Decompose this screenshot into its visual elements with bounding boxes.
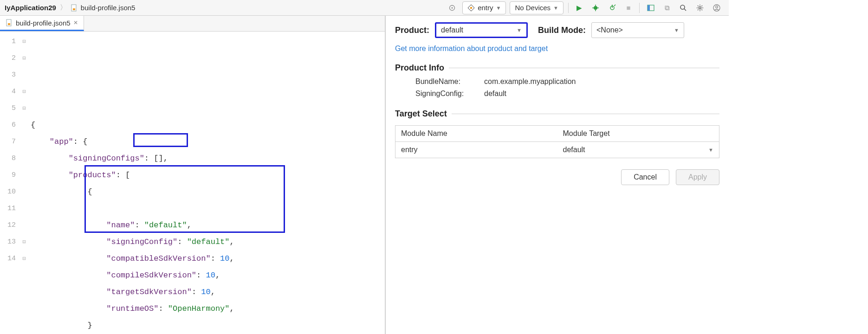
svg-rect-28 — [8, 23, 10, 25]
product-label: Product: — [395, 26, 429, 35]
run-config-label: entry — [478, 4, 493, 12]
device-label: No Devices — [515, 4, 551, 12]
target-table: Module Name Module Target entry default … — [395, 125, 719, 158]
toolbar-separator — [639, 3, 640, 13]
cell-module-name: entry — [395, 142, 557, 158]
breadcrumb-bar: IyApplication29 〉 build-profile.json5 en… — [0, 0, 729, 16]
editor-tab-active[interactable]: build-profile.json5 ✕ — [0, 16, 84, 31]
buildmode-selector[interactable]: <None> ▼ — [591, 22, 684, 38]
svg-rect-1 — [73, 8, 75, 10]
product-selector[interactable]: default ▼ — [435, 22, 528, 38]
svg-point-16 — [699, 6, 701, 9]
main-toolbar: entry ▼ No Devices ▼ ▶ ■ ⧉ — [446, 1, 726, 14]
bundlename-value: com.example.myapplication — [484, 77, 576, 86]
close-icon[interactable]: ✕ — [73, 19, 78, 26]
svg-line-23 — [698, 9, 699, 10]
cell-module-target[interactable]: default ▼ — [557, 142, 719, 158]
line-gutter: 1234567891011121314 — [0, 32, 19, 334]
apply-button: Apply — [676, 169, 719, 185]
svg-line-15 — [684, 9, 686, 11]
project-structure-icon[interactable] — [644, 2, 657, 14]
signingconfig-label: SigningConfig: — [415, 90, 476, 98]
source-text[interactable]: { "app": { "signingConfigs": [], "produc… — [29, 32, 385, 334]
product-value: default — [441, 26, 463, 34]
chevron-down-icon: ▼ — [674, 27, 679, 33]
json-file-icon — [71, 4, 78, 12]
buildmode-label: Build Mode: — [538, 26, 586, 35]
profile-button[interactable] — [606, 2, 619, 14]
svg-rect-5 — [470, 7, 472, 9]
chevron-down-icon: ▼ — [708, 147, 713, 153]
svg-line-21 — [698, 6, 699, 6]
sync-icon[interactable] — [446, 2, 459, 14]
svg-point-26 — [716, 6, 718, 8]
svg-rect-13 — [648, 5, 650, 11]
json-file-icon — [6, 19, 13, 26]
signingconfig-value: default — [484, 90, 506, 98]
settings-icon[interactable] — [693, 2, 706, 14]
section-product-info: Product Info — [395, 63, 444, 73]
module-icon — [467, 4, 475, 12]
svg-point-14 — [680, 5, 685, 9]
run-button[interactable]: ▶ — [573, 2, 585, 14]
device-selector[interactable]: No Devices ▼ — [510, 1, 564, 14]
run-config-selector[interactable]: entry ▼ — [462, 1, 506, 14]
debug-button[interactable] — [589, 2, 602, 14]
table-row: entry default ▼ — [395, 142, 719, 158]
chevron-down-icon: ▼ — [517, 27, 522, 33]
editor-pane: build-profile.json5 ✕ 123456789101112131… — [0, 16, 385, 334]
chevron-down-icon: ▼ — [553, 5, 558, 11]
cell-module-target-value: default — [563, 146, 585, 154]
svg-point-3 — [452, 7, 453, 8]
stop-button: ■ — [622, 2, 635, 14]
account-icon[interactable] — [710, 2, 723, 14]
code-editor[interactable]: 1234567891011121314 ⊟⊟⊟⊟⊟⊟ { "app": { "s… — [0, 32, 385, 334]
help-link[interactable]: Get more information about product and t… — [395, 45, 719, 53]
divider — [452, 114, 719, 114]
svg-point-6 — [594, 6, 597, 10]
product-panel: Product: default ▼ Build Mode: <None> ▼ … — [385, 16, 729, 334]
breadcrumb-separator: 〉 — [60, 3, 67, 12]
editor-tabs: build-profile.json5 ✕ — [0, 16, 385, 32]
svg-line-24 — [702, 6, 703, 6]
buildmode-value: <None> — [596, 26, 623, 34]
editor-tab-label: build-profile.json5 — [16, 19, 71, 27]
section-target-select: Target Select — [395, 109, 447, 119]
chevron-down-icon: ▼ — [496, 5, 501, 11]
divider — [449, 68, 719, 68]
search-icon[interactable] — [677, 2, 690, 14]
bundlename-label: BundleName: — [415, 77, 476, 86]
svg-line-22 — [702, 9, 703, 10]
fold-column[interactable]: ⊟⊟⊟⊟⊟⊟ — [19, 32, 29, 334]
breadcrumb-file[interactable]: build-profile.json5 — [69, 3, 137, 13]
update-icon[interactable]: ⧉ — [661, 2, 673, 14]
col-module-target: Module Target — [557, 126, 719, 141]
col-module-name: Module Name — [395, 126, 557, 141]
breadcrumb-project[interactable]: IyApplication29 — [3, 3, 58, 13]
toolbar-separator — [568, 3, 569, 13]
cancel-button[interactable]: Cancel — [621, 169, 669, 185]
breadcrumb-file-label: build-profile.json5 — [81, 4, 136, 12]
